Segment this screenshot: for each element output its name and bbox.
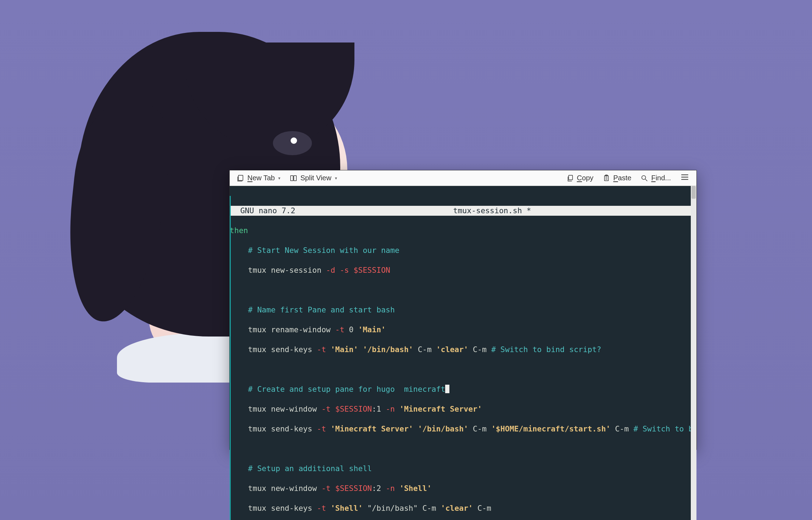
- code-line: tmux send-keys -t 'Shell' "/bin/bash" C-…: [230, 503, 691, 513]
- split-view-button[interactable]: Split View ▾: [286, 172, 340, 184]
- new-tab-label: ew Tab: [252, 174, 275, 182]
- svg-point-6: [642, 175, 646, 179]
- scrollbar-thumb[interactable]: [691, 186, 696, 199]
- paste-button[interactable]: Paste: [599, 172, 635, 184]
- chevron-down-icon[interactable]: ▾: [278, 176, 280, 181]
- svg-rect-2: [294, 175, 296, 181]
- code-line: # Setup an additional shell: [230, 464, 691, 474]
- text-cursor: [445, 385, 449, 393]
- code-line: tmux send-keys -t 'Main' '/bin/bash' C-m…: [230, 345, 691, 355]
- wallpaper-shape: [273, 131, 312, 155]
- hamburger-icon: [680, 173, 689, 182]
- code-line: [230, 285, 691, 295]
- window-toolbar: New Tab ▾ Split View ▾ Copy Paste Find..…: [230, 170, 696, 186]
- code-line: tmux new-window -t $SESSION:2 -n 'Shell': [230, 484, 691, 493]
- svg-rect-3: [569, 175, 572, 180]
- menu-button[interactable]: [677, 170, 693, 186]
- paste-icon: [603, 174, 610, 182]
- find-button[interactable]: Find...: [637, 172, 674, 184]
- tmux-pane-border: [230, 196, 231, 520]
- terminal-window: New Tab ▾ Split View ▾ Copy Paste Find..…: [229, 170, 697, 450]
- svg-rect-1: [291, 175, 293, 181]
- code-line: # Start New Session with our name: [230, 245, 691, 255]
- code-line: [230, 444, 691, 454]
- code-line: tmux send-keys -t 'Minecraft Server' '/b…: [230, 424, 691, 434]
- copy-icon: [566, 174, 574, 182]
- terminal-emulator[interactable]: GNU nano 7.2tmux-session.sh * then # Sta…: [230, 186, 691, 520]
- new-tab-icon: [237, 174, 245, 182]
- scrollbar[interactable]: ▴ ▾: [691, 186, 696, 520]
- code-line: # Create and setup pane for hugo minecra…: [230, 384, 691, 394]
- chevron-down-icon[interactable]: ▾: [335, 176, 337, 181]
- copy-button[interactable]: Copy: [563, 172, 597, 184]
- svg-rect-0: [239, 175, 243, 180]
- new-tab-button[interactable]: New Tab ▾: [233, 172, 284, 184]
- code-line: then: [230, 226, 691, 236]
- code-line: tmux new-window -t $SESSION:1 -n 'Minecr…: [230, 404, 691, 414]
- nano-titlebar: GNU nano 7.2tmux-session.sh *: [230, 206, 691, 216]
- split-view-icon: [290, 174, 297, 182]
- code-line: tmux new-session -d -s $SESSION: [230, 265, 691, 275]
- code-line: tmux rename-window -t 0 'Main': [230, 325, 691, 335]
- code-line: # Name first Pane and start bash: [230, 305, 691, 315]
- code-line: [230, 364, 691, 374]
- new-tab-label-u: N: [247, 174, 252, 182]
- search-icon: [640, 174, 648, 182]
- split-view-label: Split View: [300, 174, 331, 182]
